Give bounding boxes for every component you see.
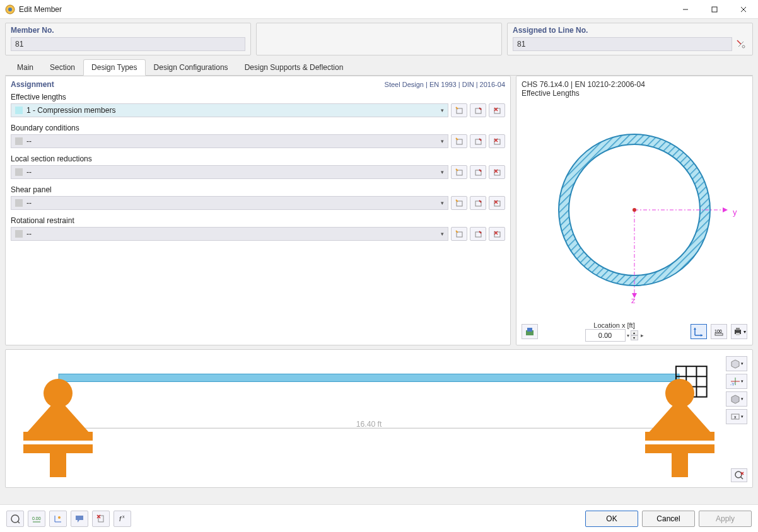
rotational-restraint-value: -- [26,229,32,238]
help-button[interactable] [6,511,24,527]
member-no-input[interactable] [11,37,245,51]
view-iso-button[interactable]: ▾ [726,356,747,371]
tab-design-configurations[interactable]: Design Configurations [146,59,236,75]
function-button[interactable]: fx [114,511,131,527]
header-spacer [256,23,502,55]
view-axes-button[interactable] [691,324,707,339]
edit-local-section-button[interactable] [470,165,486,179]
titlebar: Edit Member [0,0,758,19]
local-section-label: Local section reductions [11,154,505,163]
axis-y-label: y [733,207,737,217]
effective-lengths-combo[interactable]: 1 - Compression members ▾ [11,103,448,117]
member-span-view[interactable]: 16.40 ft [11,355,721,482]
section-preview-panel: CHS 76.1x4.0 | EN 10210-2:2006-04 Effect… [516,76,753,345]
boundary-conditions-value: -- [26,137,32,146]
svg-rect-46 [527,328,532,332]
footer: 0.00 fx OK Cancel Apply [0,504,758,532]
section-name: CHS 76.1x4.0 | EN 10210-2:2006-04 [522,80,747,89]
new-rotational-button[interactable] [451,227,467,241]
tab-design-supports[interactable]: Design Supports & Deflection [236,59,352,75]
maximize-button[interactable] [700,0,729,19]
field-boundary-conditions: Boundary conditions -- ▾ [11,124,505,148]
svg-rect-48 [715,333,723,335]
svg-point-44 [633,208,636,212]
right-support-icon [645,379,714,473]
member-span-panel: 16.40 ft ▾ -Y▾ ▾ x▾ [5,349,753,488]
play-icon[interactable]: ▸ [641,332,644,338]
preview-pick-button[interactable] [522,324,538,339]
edit-shear-button[interactable] [470,196,486,210]
cancel-button[interactable]: Cancel [642,511,695,527]
view-shade-button[interactable]: ▾ [726,391,747,407]
effective-lengths-label: Effective lengths [11,93,505,101]
close-button[interactable] [729,0,758,19]
minimize-button[interactable] [671,0,700,19]
delete-rotational-button[interactable] [489,227,505,241]
chevron-down-icon: ▾ [441,107,444,113]
delete-local-section-button[interactable] [489,165,505,179]
tab-section[interactable]: Section [42,59,83,75]
print-button[interactable]: ▾ [731,324,747,339]
rotational-restraint-combo[interactable]: -- ▾ [11,227,448,241]
clear-button[interactable] [92,511,110,527]
view-units-button[interactable]: 100 [711,324,727,339]
units-button[interactable]: 0.00 [28,511,45,527]
tab-design-types[interactable]: Design Types [83,59,146,76]
app-icon [5,4,15,14]
location-spinner[interactable]: 0.00 ▾ ▴ ▾ ▸ [585,329,644,342]
shear-panel-combo[interactable]: -- ▾ [11,196,448,210]
design-standard: Steel Design | EN 1993 | DIN | 2016-04 [385,81,505,88]
member-no-label: Member No. [11,26,245,35]
preview-subtitle: Effective Lengths [522,89,747,98]
location-label: Location x [ft] [593,321,634,329]
new-shear-button[interactable] [451,196,467,210]
chevron-down-icon: ▾ [441,231,444,237]
boundary-conditions-combo[interactable]: -- ▾ [11,134,448,148]
coords-button[interactable] [49,511,67,527]
location-value[interactable]: 0.00 [585,329,626,342]
assigned-line-box: Assigned to Line No. [507,23,753,55]
svg-point-76 [58,516,61,519]
svg-rect-51 [736,333,740,335]
comments-button[interactable] [71,511,88,527]
svg-line-67 [740,477,743,479]
span-length-label: 16.40 ft [356,420,382,429]
assignment-panel: Assignment Steel Design | EN 1993 | DIN … [5,76,511,345]
delete-shear-button[interactable] [489,196,505,210]
chevron-down-icon[interactable]: ▾ [627,333,629,338]
view-local-axes-button[interactable]: x▾ [726,409,747,424]
effective-lengths-value: 1 - Compression members [26,106,115,115]
chevron-down-icon: ▾ [441,169,444,175]
chevron-down-icon: ▾ [441,138,444,144]
step-up-icon[interactable]: ▴ [631,330,638,335]
shear-panel-label: Shear panel [11,185,505,194]
local-section-value: -- [26,168,32,176]
step-down-icon[interactable]: ▾ [631,335,638,340]
edit-boundary-button[interactable] [470,134,486,148]
tab-main[interactable]: Main [9,59,42,75]
local-section-combo[interactable]: -- ▾ [11,165,448,179]
svg-text:100: 100 [714,329,722,333]
left-support-icon [23,379,93,473]
delete-boundary-button[interactable] [489,134,505,148]
span-tools: ▾ -Y▾ ▾ x▾ [726,356,747,424]
edit-rotational-button[interactable] [470,227,486,241]
new-effective-lengths-button[interactable] [451,103,467,117]
shear-panel-value: -- [26,199,32,207]
svg-text:0.00: 0.00 [32,516,41,521]
svg-point-6 [742,45,745,48]
rotational-restraint-label: Rotational restraint [11,216,505,225]
new-local-section-button[interactable] [451,165,467,179]
svg-rect-52 [59,374,679,381]
reset-view-button[interactable] [731,468,747,482]
ok-button[interactable]: OK [585,511,638,527]
section-preview-canvas[interactable]: y z [522,100,747,320]
edit-effective-lengths-button[interactable] [470,103,486,117]
pick-line-icon[interactable] [735,38,747,50]
view-axes-toggle[interactable]: -Y▾ [726,374,747,389]
delete-effective-lengths-button[interactable] [489,103,505,117]
field-shear-panel: Shear panel -- ▾ [11,185,505,210]
new-boundary-button[interactable] [451,134,467,148]
apply-button[interactable]: Apply [699,511,752,527]
assigned-line-input[interactable] [513,37,732,51]
